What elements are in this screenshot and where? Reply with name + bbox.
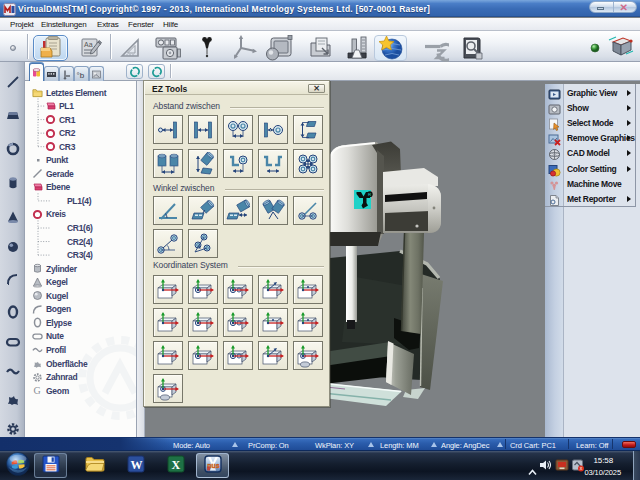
status-segment-angle[interactable]: Angle: AngDec [441, 441, 489, 450]
geometry-plane-button[interactable] [3, 105, 22, 124]
ez-tool-dist-four-circles[interactable] [293, 149, 323, 178]
tray-app1-icon[interactable] [555, 458, 569, 476]
tree-tab-degb[interactable]: °b [74, 66, 89, 81]
ez-tool-cs-box-8[interactable] [223, 308, 253, 337]
status-segment-mode[interactable]: Mode: Auto [173, 441, 210, 450]
status-segment-prcomp[interactable]: PrComp: On [248, 441, 289, 450]
circle-tool-button[interactable] [126, 64, 143, 79]
circle-tool-button[interactable] [148, 64, 165, 79]
folder-doc-button[interactable] [306, 35, 338, 61]
tray-date[interactable]: 03/10/2025 [584, 468, 621, 477]
status-segment-crd-cart[interactable]: Crd Cart: PC1 [510, 441, 556, 450]
ez-tool-dist-cyl-cyl[interactable] [153, 149, 183, 178]
ez-tools-close-button[interactable]: ✕ [308, 84, 325, 93]
probe-button[interactable] [196, 35, 218, 61]
status-arrow-icon[interactable] [431, 442, 437, 447]
menu-item-hilfe[interactable]: Hilfe [163, 20, 178, 29]
tree-tab-image[interactable] [89, 66, 104, 81]
context-menu-item-graphic-view[interactable]: Graphic View [545, 85, 636, 100]
taskbar-item-floppy[interactable] [34, 453, 67, 478]
status-segment-learn[interactable]: Learn: Off [576, 441, 608, 450]
speaker-icon[interactable] [538, 458, 552, 476]
context-menu-item-machine-move[interactable]: Machine Move [545, 176, 636, 191]
axes-button[interactable] [230, 35, 262, 61]
ez-tool-cs-box-12[interactable] [188, 341, 218, 370]
ez-tool-cs-box-2[interactable] [188, 275, 218, 304]
context-menu-item-show[interactable]: Show [545, 100, 636, 115]
context-menu-item-met-reporter[interactable]: Met Reporter [545, 191, 636, 206]
start-button[interactable] [4, 453, 32, 478]
setsquare-button[interactable] [114, 35, 148, 61]
status-segment-wkplan[interactable]: WkPlan: XY [315, 441, 354, 450]
ez-tool-cs-box-7[interactable] [188, 308, 218, 337]
geometry-sphere-button[interactable] [3, 237, 22, 256]
ez-tool-cs-box-cyl[interactable] [293, 341, 323, 370]
ez-tool-ang-plane-cyl2[interactable] [223, 196, 253, 225]
ez-tool-dist-cyl-plane[interactable] [188, 149, 218, 178]
geometry-ring-button[interactable] [3, 139, 22, 158]
caliper-button[interactable] [343, 35, 371, 61]
ez-tool-cs-box-4[interactable] [258, 275, 288, 304]
taskbar-item-word[interactable]: W [119, 453, 152, 478]
ez-tool-dist-plane-circle[interactable] [258, 115, 288, 144]
menu-item-extras[interactable]: Extras [97, 20, 118, 29]
menu-item-einstellungen[interactable]: Einstellungen [41, 20, 86, 29]
geometry-cone-button[interactable] [3, 207, 22, 226]
panels-button[interactable] [150, 35, 188, 61]
geometry-slot-button[interactable] [3, 332, 22, 351]
tray-chevron-icon[interactable] [528, 462, 537, 480]
edit-report-button[interactable]: Aa [76, 35, 106, 61]
ez-tool-ang-three-circles[interactable] [188, 229, 218, 258]
ez-tool-dist-corner-circle[interactable] [223, 149, 253, 178]
status-arrow-icon[interactable] [368, 442, 374, 447]
ez-tool-ang-line-circles[interactable] [293, 196, 323, 225]
tree-tab-probe[interactable] [59, 66, 74, 81]
ez-tool-dist-circle-circle[interactable] [223, 115, 253, 144]
ez-tool-ang-line-line[interactable] [153, 196, 183, 225]
ez-tool-cs-box-9[interactable] [258, 308, 288, 337]
geometry-arc-button[interactable] [3, 269, 22, 288]
book-search-button[interactable] [458, 35, 486, 61]
geometry-wave-button[interactable] [3, 361, 22, 380]
ez-tool-cs-box-5[interactable] [293, 275, 323, 304]
ez-tool-cs-box-cyl2[interactable] [153, 374, 183, 403]
taskbar-item-excel[interactable]: X [159, 453, 192, 478]
context-menu-item-select-mode[interactable]: Select Mode [545, 115, 636, 130]
status-segment-length[interactable]: Length: MM [380, 441, 419, 450]
taskbar-item-vdmis[interactable]: nus [196, 453, 229, 478]
taskbar-item-folder[interactable] [78, 453, 111, 478]
ez-tool-dist-point-plane[interactable] [153, 115, 183, 144]
show-desktop-button[interactable] [633, 451, 640, 480]
ez-tool-cs-box-10[interactable] [293, 308, 323, 337]
tree-tab-db[interactable] [29, 63, 44, 81]
tree-tab-ruler[interactable] [44, 66, 59, 81]
geometry-cylinder-button[interactable] [3, 173, 22, 192]
context-menu-item-cad-model[interactable]: CAD Model [545, 146, 636, 161]
ez-tool-ang-cyl-cyl[interactable] [258, 196, 288, 225]
ez-tool-cs-box-6[interactable] [153, 308, 183, 337]
ez-tool-cs-box-3[interactable] [223, 275, 253, 304]
ez-tool-ang-circles-line[interactable] [153, 229, 183, 258]
ez-tool-cs-box-13[interactable] [223, 341, 253, 370]
menu-item-fenster[interactable]: Fenster [128, 20, 154, 29]
status-arrow-icon[interactable] [232, 442, 238, 447]
ez-button[interactable] [416, 35, 452, 61]
context-menu-item-remove-graphics[interactable]: Remove Graphics [545, 131, 636, 146]
project-button[interactable] [33, 35, 68, 61]
ez-tool-dist-plane-plane[interactable] [188, 115, 218, 144]
cube-icon[interactable] [606, 32, 636, 64]
ez-tool-dist-corner-corner[interactable] [258, 149, 288, 178]
ez-tool-cs-box-11[interactable] [153, 341, 183, 370]
close-button[interactable]: ✕ [614, 2, 637, 12]
ez-tool-cs-box-14[interactable] [258, 341, 288, 370]
ez-tool-ang-plane-cyl[interactable] [188, 196, 218, 225]
status-arrow-icon[interactable] [497, 442, 503, 447]
context-menu-item-color-setting[interactable]: Color Setting [545, 161, 636, 176]
ez-tool-cs-box-1[interactable] [153, 275, 183, 304]
ez-tool-dist-plane-stack[interactable] [293, 115, 323, 144]
menu-item-projekt[interactable]: Projekt [10, 20, 34, 29]
camera-button[interactable] [262, 35, 296, 61]
star-globe-button[interactable] [374, 35, 407, 61]
tray-app2-icon[interactable]: x [571, 458, 585, 476]
geometry-line-button[interactable] [3, 72, 22, 91]
